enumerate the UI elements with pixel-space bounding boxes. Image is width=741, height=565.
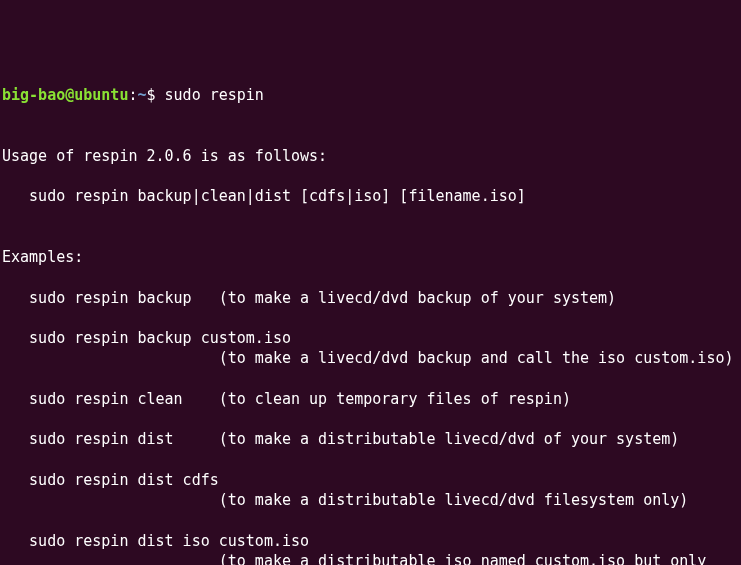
- command-input[interactable]: sudo respin: [165, 86, 264, 104]
- output-example-backup: sudo respin backup (to make a livecd/dvd…: [2, 289, 616, 307]
- terminal-window[interactable]: big-bao@ubuntu:~$ sudo respin Usage of r…: [2, 85, 739, 565]
- prompt-user-host: big-bao@ubuntu: [2, 86, 128, 104]
- output-usage-header: Usage of respin 2.0.6 is as follows:: [2, 147, 327, 165]
- prompt-dollar: $: [147, 86, 165, 104]
- prompt-line: big-bao@ubuntu:~$ sudo respin: [2, 86, 264, 104]
- output-examples-header: Examples:: [2, 248, 83, 266]
- prompt-path: ~: [137, 86, 146, 104]
- output-example-dist-cdfs: sudo respin dist cdfs: [2, 471, 219, 489]
- output-example-dist-iso: sudo respin dist iso custom.iso: [2, 532, 309, 550]
- output-example-dist: sudo respin dist (to make a distributabl…: [2, 430, 679, 448]
- output-example-backup-custom-desc: (to make a livecd/dvd backup and call th…: [2, 349, 734, 367]
- output-usage-syntax: sudo respin backup|clean|dist [cdfs|iso]…: [2, 187, 526, 205]
- output-example-clean: sudo respin clean (to clean up temporary…: [2, 390, 571, 408]
- output-example-dist-cdfs-desc: (to make a distributable livecd/dvd file…: [2, 491, 688, 509]
- output-example-backup-custom: sudo respin backup custom.iso: [2, 329, 291, 347]
- output-example-dist-iso-desc1: (to make a distributable iso named custo…: [2, 552, 706, 565]
